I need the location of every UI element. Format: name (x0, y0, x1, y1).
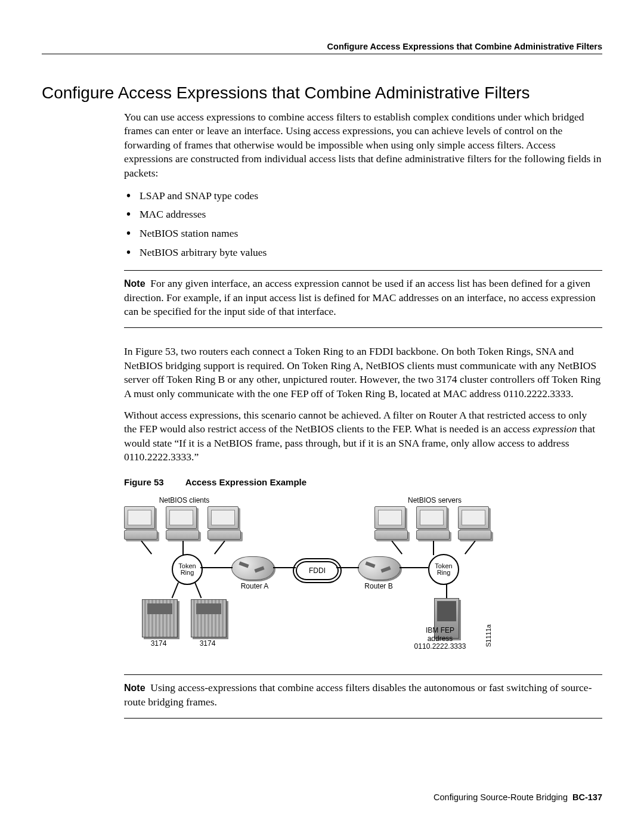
figure-title: Access Expression Example (185, 477, 306, 487)
note-rule-bottom (124, 327, 602, 328)
bullet-item: NetBIOS station names (124, 227, 602, 241)
header-rule (42, 54, 602, 54)
bullet-item: NetBIOS arbitrary byte values (124, 246, 602, 260)
note-rule-top (124, 270, 602, 271)
token-ring-b-icon: Token Ring (428, 554, 459, 585)
bullet-list: LSAP and SNAP type codes MAC addresses N… (124, 189, 602, 260)
note-label: Note (124, 683, 145, 693)
note-2: Note Using access-expressions that combi… (124, 681, 602, 709)
section-title: Configure Access Expressions that Combin… (42, 83, 602, 103)
controller-3174-icon (191, 599, 227, 637)
fddi-icon: FDDI (296, 561, 339, 580)
note2-rule-bottom (124, 718, 602, 719)
pc-icon (416, 506, 450, 541)
note-text: Using access-expressions that combine ac… (124, 682, 592, 708)
label-netbios-servers: NetBIOS servers (396, 496, 473, 505)
label-3174: 3174 (196, 639, 219, 648)
label-fep: IBM FEP address 0110.2222.3333 (410, 627, 470, 651)
paragraph-3: Without access expressions, this scenari… (124, 408, 602, 465)
pc-icon (208, 506, 241, 541)
router-a-icon (231, 556, 274, 580)
running-head: Configure Access Expressions that Combin… (42, 42, 602, 51)
pc-icon (166, 506, 199, 541)
token-ring-a-icon: Token Ring (172, 554, 203, 585)
note-text: For any given interface, an access expre… (124, 277, 596, 317)
label-router-b: Router B (358, 581, 400, 591)
intro-paragraph: You can use access expressions to combin… (124, 110, 602, 181)
bullet-item: LSAP and SNAP type codes (124, 189, 602, 203)
figure-source-id: S1111a (484, 624, 493, 647)
label-3174: 3174 (147, 639, 171, 648)
figure-number: Figure 53 (124, 477, 164, 487)
pc-icon (374, 506, 408, 541)
footer-chapter: Configuring Source-Route Bridging (434, 792, 568, 802)
label-netbios-clients: NetBIOS clients (145, 496, 223, 505)
note-1: Note For any given interface, an access … (124, 277, 602, 319)
pc-icon (124, 506, 157, 541)
page-footer: Configuring Source-Route Bridging BC-137 (434, 792, 602, 802)
note2-rule-top (124, 674, 602, 675)
router-b-icon (358, 556, 401, 580)
para3-pre: Without access expressions, this scenari… (124, 409, 587, 435)
note-label: Note (124, 278, 145, 289)
figure-caption: Figure 53Access Expression Example (124, 476, 602, 488)
bullet-item: MAC addresses (124, 208, 602, 222)
paragraph-2: In Figure 53, two routers each connect a… (124, 345, 602, 401)
para3-em: expression (532, 423, 577, 435)
label-router-a: Router A (234, 581, 275, 591)
controller-3174-icon (142, 599, 178, 637)
footer-page-number: BC-137 (572, 792, 602, 802)
figure-53: NetBIOS clients NetBIOS servers Token Ri… (124, 494, 506, 661)
pc-icon (458, 506, 491, 541)
